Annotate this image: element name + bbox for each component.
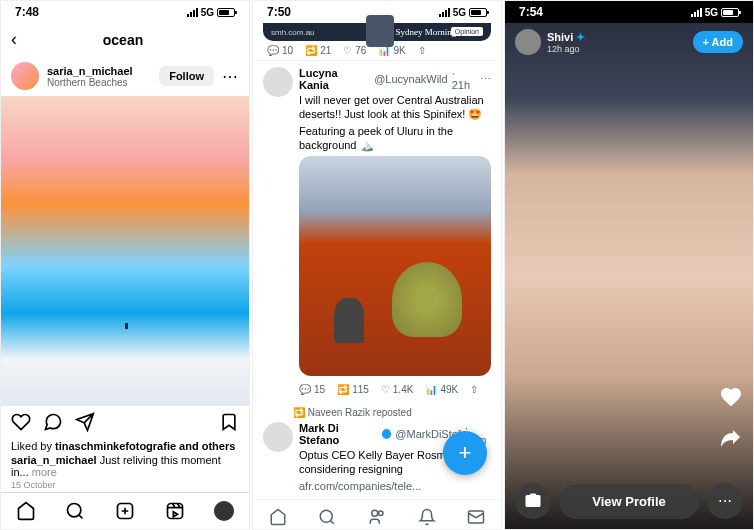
bottom-nav — [1, 492, 249, 529]
camera-button[interactable] — [515, 483, 551, 519]
forward-icon[interactable] — [719, 425, 743, 449]
tweet-text-2: Featuring a peek of Uluru in the backgro… — [299, 124, 491, 153]
location: Northern Beaches — [47, 77, 151, 88]
bottom-nav — [253, 499, 501, 530]
svg-point-3 — [321, 510, 333, 522]
status-right: 5G — [691, 7, 739, 18]
search-icon[interactable] — [65, 501, 85, 521]
story-content[interactable]: Shivi ✦ 12h ago + Add View Profile ⋯ — [505, 23, 753, 529]
profile-icon[interactable] — [214, 501, 234, 521]
status-bar: 7:54 5G — [505, 1, 753, 23]
twitter-screen: 7:50 5G Opinion smh.com.au The Sydney Mo… — [252, 0, 502, 530]
status-time: 7:54 — [519, 5, 543, 19]
card-url: smh.com.au — [271, 28, 315, 37]
retweet-button[interactable]: 🔁 115 — [337, 384, 369, 395]
battery-icon — [217, 8, 235, 17]
follow-button[interactable]: Follow — [159, 66, 214, 86]
camera-icon — [524, 492, 542, 510]
verified-icon — [382, 429, 391, 439]
snapchat-screen: 7:54 5G Shivi ✦ 12h ago + Add View Profi… — [504, 0, 754, 530]
tweet-link[interactable]: afr.com/companies/tele... — [299, 479, 491, 493]
avatar[interactable] — [11, 62, 39, 90]
avatar[interactable] — [515, 29, 541, 55]
status-right: 5G — [187, 7, 235, 18]
status-right: 5G — [439, 7, 487, 18]
comment-icon[interactable] — [43, 412, 63, 432]
search-icon[interactable] — [318, 508, 336, 526]
author-name[interactable]: Lucyna Kania — [299, 67, 370, 91]
post-header: saria_n_michael Northern Beaches Follow … — [1, 56, 249, 96]
like-button[interactable]: ♡ 1.4K — [381, 384, 414, 395]
bookmark-icon[interactable] — [219, 412, 239, 432]
more-button[interactable]: ⋯ — [707, 483, 743, 519]
heart-icon[interactable] — [719, 385, 743, 409]
communities-icon[interactable] — [368, 508, 386, 526]
more-icon[interactable]: ⋯ — [222, 67, 239, 86]
post-date: 15 October — [11, 480, 239, 490]
ig-header: ‹ ocean — [1, 23, 249, 56]
bottom-actions: View Profile ⋯ — [505, 483, 753, 519]
post-meta: Liked by tinaschminkefotografie and othe… — [1, 438, 249, 492]
network-label: 5G — [705, 7, 718, 18]
username: Shivi ✦ — [547, 31, 687, 44]
tweet[interactable]: Lucyna Kania @LucynakWild · 21h ⋯ I will… — [253, 60, 501, 405]
tweet-text: I will never get over Central Australian… — [299, 93, 491, 122]
add-post-icon[interactable] — [115, 501, 135, 521]
status-bar: 7:48 5G — [1, 1, 249, 23]
tweet-image[interactable] — [299, 156, 491, 376]
user-info[interactable]: saria_n_michael Northern Beaches — [47, 65, 151, 88]
status-time: 7:50 — [267, 5, 291, 19]
share-button[interactable]: ⇧ — [418, 45, 426, 56]
avatar[interactable] — [263, 422, 293, 452]
svg-point-5 — [378, 511, 383, 516]
post-actions — [1, 406, 249, 438]
like-button[interactable]: ♡ 76 — [343, 45, 366, 56]
network-label: 5G — [201, 7, 214, 18]
battery-icon — [721, 8, 739, 17]
network-label: 5G — [453, 7, 466, 18]
link-card[interactable]: Opinion smh.com.au The Sydney Morning He… — [263, 23, 491, 41]
share-button[interactable]: ⇧ — [470, 384, 478, 395]
battery-icon — [469, 8, 487, 17]
side-actions — [719, 385, 743, 449]
tweet-header: Lucyna Kania @LucynakWild · 21h ⋯ — [299, 67, 491, 91]
reply-button[interactable]: 💬 15 — [299, 384, 325, 395]
reels-icon[interactable] — [165, 501, 185, 521]
svg-point-4 — [372, 510, 378, 516]
heart-icon[interactable] — [11, 412, 31, 432]
post-image[interactable] — [1, 96, 249, 406]
home-icon[interactable] — [269, 508, 287, 526]
reply-button[interactable]: 💬 10 — [267, 45, 293, 56]
user-info[interactable]: Shivi ✦ 12h ago — [547, 31, 687, 54]
signal-icon — [187, 7, 198, 17]
tweet-metrics: 💬 15 🔁 115 ♡ 1.4K 📊 49K ⇧ — [299, 380, 491, 399]
repost-label: 🔁 Naveen Razik reposted — [253, 405, 501, 418]
views-button[interactable]: 📊 49K — [425, 384, 458, 395]
username: saria_n_michael — [47, 65, 151, 77]
page-title: ocean — [7, 32, 239, 48]
add-friend-button[interactable]: + Add — [693, 31, 743, 53]
likes-text[interactable]: Liked by tinaschminkefotografie and othe… — [11, 440, 239, 452]
author-name[interactable]: Mark Di Stefano — [299, 422, 378, 446]
compose-button[interactable]: + — [443, 431, 487, 475]
home-icon[interactable] — [16, 501, 36, 521]
author-handle: @LucynakWild — [374, 73, 448, 85]
story-header: Shivi ✦ 12h ago + Add — [505, 29, 753, 55]
view-profile-button[interactable]: View Profile — [559, 484, 699, 519]
svg-point-0 — [68, 504, 81, 517]
tweet-time: · 21h — [452, 67, 476, 91]
more-icon[interactable]: ⋯ — [480, 73, 491, 86]
signal-icon — [691, 7, 702, 17]
messages-icon[interactable] — [467, 508, 485, 526]
card-image — [366, 15, 394, 47]
notifications-icon[interactable] — [418, 508, 436, 526]
story-time: 12h ago — [547, 44, 687, 54]
instagram-screen: 7:48 5G ‹ ocean saria_n_michael Northern… — [0, 0, 250, 530]
signal-icon — [439, 7, 450, 17]
share-icon[interactable] — [75, 412, 95, 432]
avatar[interactable] — [263, 67, 293, 97]
status-time: 7:48 — [15, 5, 39, 19]
retweet-button[interactable]: 🔁 21 — [305, 45, 331, 56]
caption[interactable]: saria_n_michael Just reliving this momen… — [11, 454, 239, 478]
opinion-badge: Opinion — [451, 27, 483, 36]
